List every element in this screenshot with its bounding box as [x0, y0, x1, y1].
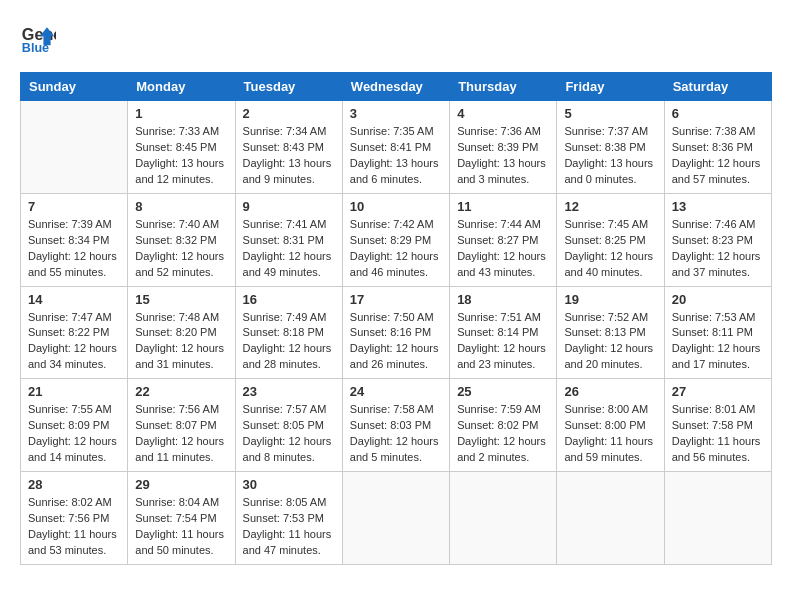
day-number: 12 — [564, 199, 656, 214]
calendar-cell — [557, 472, 664, 565]
calendar-cell: 30Sunrise: 8:05 AM Sunset: 7:53 PM Dayli… — [235, 472, 342, 565]
day-info: Sunrise: 7:50 AM Sunset: 8:16 PM Dayligh… — [350, 310, 442, 374]
calendar-cell: 15Sunrise: 7:48 AM Sunset: 8:20 PM Dayli… — [128, 286, 235, 379]
logo: General Blue — [20, 20, 60, 56]
day-number: 1 — [135, 106, 227, 121]
day-number: 2 — [243, 106, 335, 121]
day-number: 4 — [457, 106, 549, 121]
day-info: Sunrise: 7:48 AM Sunset: 8:20 PM Dayligh… — [135, 310, 227, 374]
calendar-cell: 13Sunrise: 7:46 AM Sunset: 8:23 PM Dayli… — [664, 193, 771, 286]
calendar-cell — [664, 472, 771, 565]
calendar-cell: 10Sunrise: 7:42 AM Sunset: 8:29 PM Dayli… — [342, 193, 449, 286]
calendar-cell: 4Sunrise: 7:36 AM Sunset: 8:39 PM Daylig… — [450, 101, 557, 194]
weekday-header-monday: Monday — [128, 73, 235, 101]
day-info: Sunrise: 7:49 AM Sunset: 8:18 PM Dayligh… — [243, 310, 335, 374]
calendar-week-row: 21Sunrise: 7:55 AM Sunset: 8:09 PM Dayli… — [21, 379, 772, 472]
calendar-cell: 6Sunrise: 7:38 AM Sunset: 8:36 PM Daylig… — [664, 101, 771, 194]
weekday-header-tuesday: Tuesday — [235, 73, 342, 101]
day-info: Sunrise: 7:57 AM Sunset: 8:05 PM Dayligh… — [243, 402, 335, 466]
calendar-cell: 27Sunrise: 8:01 AM Sunset: 7:58 PM Dayli… — [664, 379, 771, 472]
day-number: 13 — [672, 199, 764, 214]
day-info: Sunrise: 7:55 AM Sunset: 8:09 PM Dayligh… — [28, 402, 120, 466]
calendar-cell: 16Sunrise: 7:49 AM Sunset: 8:18 PM Dayli… — [235, 286, 342, 379]
day-number: 28 — [28, 477, 120, 492]
day-info: Sunrise: 7:59 AM Sunset: 8:02 PM Dayligh… — [457, 402, 549, 466]
day-info: Sunrise: 7:34 AM Sunset: 8:43 PM Dayligh… — [243, 124, 335, 188]
calendar-cell: 11Sunrise: 7:44 AM Sunset: 8:27 PM Dayli… — [450, 193, 557, 286]
day-info: Sunrise: 7:41 AM Sunset: 8:31 PM Dayligh… — [243, 217, 335, 281]
day-info: Sunrise: 7:39 AM Sunset: 8:34 PM Dayligh… — [28, 217, 120, 281]
day-number: 23 — [243, 384, 335, 399]
day-number: 30 — [243, 477, 335, 492]
day-info: Sunrise: 7:42 AM Sunset: 8:29 PM Dayligh… — [350, 217, 442, 281]
calendar-cell: 26Sunrise: 8:00 AM Sunset: 8:00 PM Dayli… — [557, 379, 664, 472]
day-number: 18 — [457, 292, 549, 307]
calendar-cell: 19Sunrise: 7:52 AM Sunset: 8:13 PM Dayli… — [557, 286, 664, 379]
weekday-header-row: SundayMondayTuesdayWednesdayThursdayFrid… — [21, 73, 772, 101]
calendar-cell: 5Sunrise: 7:37 AM Sunset: 8:38 PM Daylig… — [557, 101, 664, 194]
day-info: Sunrise: 7:38 AM Sunset: 8:36 PM Dayligh… — [672, 124, 764, 188]
calendar-cell: 1Sunrise: 7:33 AM Sunset: 8:45 PM Daylig… — [128, 101, 235, 194]
calendar-cell: 3Sunrise: 7:35 AM Sunset: 8:41 PM Daylig… — [342, 101, 449, 194]
day-number: 25 — [457, 384, 549, 399]
calendar-cell — [450, 472, 557, 565]
calendar-cell: 21Sunrise: 7:55 AM Sunset: 8:09 PM Dayli… — [21, 379, 128, 472]
day-info: Sunrise: 8:04 AM Sunset: 7:54 PM Dayligh… — [135, 495, 227, 559]
day-info: Sunrise: 7:52 AM Sunset: 8:13 PM Dayligh… — [564, 310, 656, 374]
day-info: Sunrise: 7:44 AM Sunset: 8:27 PM Dayligh… — [457, 217, 549, 281]
calendar-table: SundayMondayTuesdayWednesdayThursdayFrid… — [20, 72, 772, 565]
day-number: 8 — [135, 199, 227, 214]
weekday-header-thursday: Thursday — [450, 73, 557, 101]
calendar-cell: 24Sunrise: 7:58 AM Sunset: 8:03 PM Dayli… — [342, 379, 449, 472]
day-number: 5 — [564, 106, 656, 121]
day-info: Sunrise: 7:58 AM Sunset: 8:03 PM Dayligh… — [350, 402, 442, 466]
day-number: 21 — [28, 384, 120, 399]
day-info: Sunrise: 7:47 AM Sunset: 8:22 PM Dayligh… — [28, 310, 120, 374]
day-info: Sunrise: 7:36 AM Sunset: 8:39 PM Dayligh… — [457, 124, 549, 188]
day-info: Sunrise: 7:46 AM Sunset: 8:23 PM Dayligh… — [672, 217, 764, 281]
day-info: Sunrise: 7:45 AM Sunset: 8:25 PM Dayligh… — [564, 217, 656, 281]
day-info: Sunrise: 7:37 AM Sunset: 8:38 PM Dayligh… — [564, 124, 656, 188]
calendar-cell: 18Sunrise: 7:51 AM Sunset: 8:14 PM Dayli… — [450, 286, 557, 379]
calendar-cell: 25Sunrise: 7:59 AM Sunset: 8:02 PM Dayli… — [450, 379, 557, 472]
calendar-cell: 8Sunrise: 7:40 AM Sunset: 8:32 PM Daylig… — [128, 193, 235, 286]
calendar-week-row: 7Sunrise: 7:39 AM Sunset: 8:34 PM Daylig… — [21, 193, 772, 286]
day-number: 26 — [564, 384, 656, 399]
calendar-week-row: 28Sunrise: 8:02 AM Sunset: 7:56 PM Dayli… — [21, 472, 772, 565]
day-number: 20 — [672, 292, 764, 307]
day-number: 29 — [135, 477, 227, 492]
day-number: 24 — [350, 384, 442, 399]
calendar-week-row: 14Sunrise: 7:47 AM Sunset: 8:22 PM Dayli… — [21, 286, 772, 379]
day-number: 15 — [135, 292, 227, 307]
day-number: 14 — [28, 292, 120, 307]
day-info: Sunrise: 7:51 AM Sunset: 8:14 PM Dayligh… — [457, 310, 549, 374]
calendar-week-row: 1Sunrise: 7:33 AM Sunset: 8:45 PM Daylig… — [21, 101, 772, 194]
weekday-header-friday: Friday — [557, 73, 664, 101]
calendar-cell: 23Sunrise: 7:57 AM Sunset: 8:05 PM Dayli… — [235, 379, 342, 472]
weekday-header-sunday: Sunday — [21, 73, 128, 101]
day-info: Sunrise: 7:53 AM Sunset: 8:11 PM Dayligh… — [672, 310, 764, 374]
calendar-cell: 22Sunrise: 7:56 AM Sunset: 8:07 PM Dayli… — [128, 379, 235, 472]
calendar-cell: 12Sunrise: 7:45 AM Sunset: 8:25 PM Dayli… — [557, 193, 664, 286]
day-info: Sunrise: 8:01 AM Sunset: 7:58 PM Dayligh… — [672, 402, 764, 466]
calendar-cell: 14Sunrise: 7:47 AM Sunset: 8:22 PM Dayli… — [21, 286, 128, 379]
day-number: 3 — [350, 106, 442, 121]
calendar-cell: 9Sunrise: 7:41 AM Sunset: 8:31 PM Daylig… — [235, 193, 342, 286]
day-info: Sunrise: 7:56 AM Sunset: 8:07 PM Dayligh… — [135, 402, 227, 466]
day-number: 16 — [243, 292, 335, 307]
day-info: Sunrise: 8:05 AM Sunset: 7:53 PM Dayligh… — [243, 495, 335, 559]
calendar-cell: 29Sunrise: 8:04 AM Sunset: 7:54 PM Dayli… — [128, 472, 235, 565]
day-info: Sunrise: 8:02 AM Sunset: 7:56 PM Dayligh… — [28, 495, 120, 559]
day-number: 27 — [672, 384, 764, 399]
day-number: 9 — [243, 199, 335, 214]
day-number: 7 — [28, 199, 120, 214]
day-info: Sunrise: 7:33 AM Sunset: 8:45 PM Dayligh… — [135, 124, 227, 188]
calendar-cell — [21, 101, 128, 194]
weekday-header-wednesday: Wednesday — [342, 73, 449, 101]
day-number: 17 — [350, 292, 442, 307]
calendar-cell: 20Sunrise: 7:53 AM Sunset: 8:11 PM Dayli… — [664, 286, 771, 379]
day-number: 11 — [457, 199, 549, 214]
day-info: Sunrise: 7:40 AM Sunset: 8:32 PM Dayligh… — [135, 217, 227, 281]
calendar-cell: 28Sunrise: 8:02 AM Sunset: 7:56 PM Dayli… — [21, 472, 128, 565]
day-number: 19 — [564, 292, 656, 307]
